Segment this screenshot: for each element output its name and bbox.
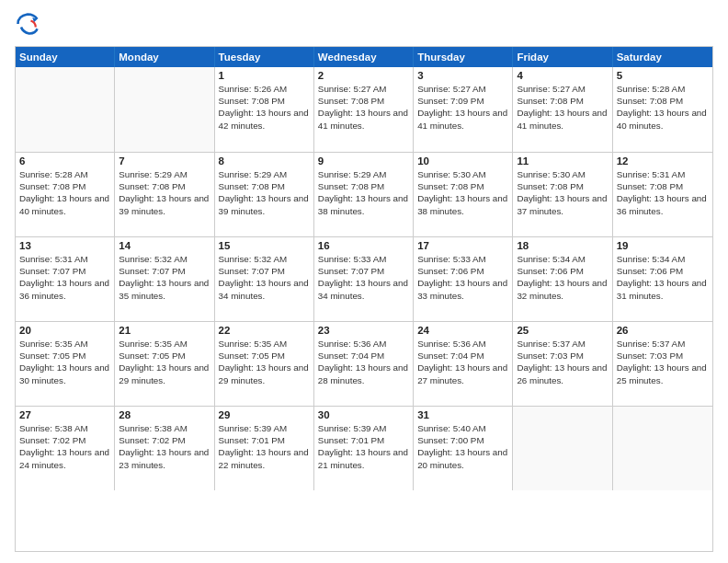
- day-number: 20: [19, 325, 110, 336]
- day-number: 2: [318, 70, 409, 81]
- day-info: Sunrise: 5:37 AM Sunset: 7:03 PM Dayligh…: [617, 338, 709, 386]
- calendar-cell: 13Sunrise: 5:31 AM Sunset: 7:07 PM Dayli…: [16, 237, 115, 321]
- day-number: 6: [19, 155, 110, 167]
- calendar-cell: [16, 67, 115, 152]
- calendar-cell: [115, 67, 214, 152]
- day-number: 28: [119, 409, 210, 420]
- day-number: 30: [318, 409, 409, 420]
- day-number: 13: [19, 240, 110, 251]
- day-info: Sunrise: 5:35 AM Sunset: 7:05 PM Dayligh…: [219, 338, 310, 386]
- calendar-cell: 5Sunrise: 5:28 AM Sunset: 7:08 PM Daylig…: [613, 67, 712, 152]
- calendar-cell: [613, 407, 712, 490]
- calendar-cell: 14Sunrise: 5:32 AM Sunset: 7:07 PM Dayli…: [115, 237, 214, 321]
- day-number: 14: [119, 240, 210, 251]
- day-number: 26: [617, 325, 709, 336]
- calendar-cell: 1Sunrise: 5:26 AM Sunset: 7:08 PM Daylig…: [215, 67, 314, 152]
- header-day-wednesday: Wednesday: [314, 47, 414, 67]
- calendar-week-5: 27Sunrise: 5:38 AM Sunset: 7:02 PM Dayli…: [16, 406, 712, 490]
- calendar-cell: 4Sunrise: 5:27 AM Sunset: 7:08 PM Daylig…: [513, 67, 612, 152]
- day-number: 7: [119, 155, 210, 167]
- day-info: Sunrise: 5:30 AM Sunset: 7:08 PM Dayligh…: [417, 168, 508, 217]
- calendar-cell: 10Sunrise: 5:30 AM Sunset: 7:08 PM Dayli…: [414, 153, 513, 236]
- day-number: 27: [19, 409, 110, 420]
- calendar-cell: 12Sunrise: 5:31 AM Sunset: 7:08 PM Dayli…: [613, 153, 712, 236]
- calendar-week-3: 13Sunrise: 5:31 AM Sunset: 7:07 PM Dayli…: [16, 236, 712, 321]
- day-info: Sunrise: 5:39 AM Sunset: 7:01 PM Dayligh…: [318, 422, 409, 471]
- calendar-cell: 26Sunrise: 5:37 AM Sunset: 7:03 PM Dayli…: [613, 322, 712, 406]
- day-number: 5: [617, 70, 709, 81]
- day-number: 31: [417, 409, 508, 420]
- calendar-cell: 19Sunrise: 5:34 AM Sunset: 7:06 PM Dayli…: [613, 237, 712, 321]
- calendar-cell: 9Sunrise: 5:29 AM Sunset: 7:08 PM Daylig…: [314, 153, 414, 236]
- calendar-header: SundayMondayTuesdayWednesdayThursdayFrid…: [16, 47, 712, 67]
- day-info: Sunrise: 5:29 AM Sunset: 7:08 PM Dayligh…: [119, 168, 210, 217]
- calendar-cell: 23Sunrise: 5:36 AM Sunset: 7:04 PM Dayli…: [314, 322, 414, 406]
- calendar-cell: 8Sunrise: 5:29 AM Sunset: 7:08 PM Daylig…: [215, 153, 314, 236]
- day-number: 18: [517, 240, 608, 251]
- day-number: 23: [318, 325, 409, 336]
- day-info: Sunrise: 5:28 AM Sunset: 7:08 PM Dayligh…: [617, 83, 709, 132]
- day-info: Sunrise: 5:38 AM Sunset: 7:02 PM Dayligh…: [19, 422, 110, 471]
- day-info: Sunrise: 5:36 AM Sunset: 7:04 PM Dayligh…: [318, 338, 409, 386]
- calendar: SundayMondayTuesdayWednesdayThursdayFrid…: [15, 46, 713, 552]
- day-info: Sunrise: 5:31 AM Sunset: 7:07 PM Dayligh…: [19, 253, 110, 302]
- header-day-monday: Monday: [115, 47, 214, 67]
- calendar-cell: 17Sunrise: 5:33 AM Sunset: 7:06 PM Dayli…: [414, 237, 513, 321]
- calendar-cell: 16Sunrise: 5:33 AM Sunset: 7:07 PM Dayli…: [314, 237, 414, 321]
- day-number: 12: [617, 155, 709, 167]
- day-number: 10: [417, 155, 508, 167]
- calendar-cell: 3Sunrise: 5:27 AM Sunset: 7:09 PM Daylig…: [414, 67, 513, 152]
- day-info: Sunrise: 5:28 AM Sunset: 7:08 PM Dayligh…: [19, 168, 110, 217]
- day-info: Sunrise: 5:35 AM Sunset: 7:05 PM Dayligh…: [119, 338, 210, 386]
- calendar-cell: 11Sunrise: 5:30 AM Sunset: 7:08 PM Dayli…: [513, 153, 612, 236]
- day-info: Sunrise: 5:29 AM Sunset: 7:08 PM Dayligh…: [219, 168, 310, 217]
- day-number: 8: [219, 155, 310, 167]
- day-info: Sunrise: 5:33 AM Sunset: 7:06 PM Dayligh…: [417, 253, 508, 302]
- header-day-thursday: Thursday: [414, 47, 513, 67]
- day-info: Sunrise: 5:40 AM Sunset: 7:00 PM Dayligh…: [417, 422, 508, 471]
- day-info: Sunrise: 5:35 AM Sunset: 7:05 PM Dayligh…: [19, 338, 110, 386]
- day-info: Sunrise: 5:37 AM Sunset: 7:03 PM Dayligh…: [517, 338, 608, 386]
- day-info: Sunrise: 5:36 AM Sunset: 7:04 PM Dayligh…: [417, 338, 508, 386]
- calendar-cell: [513, 407, 612, 490]
- page-header: [15, 11, 713, 37]
- calendar-page: SundayMondayTuesdayWednesdayThursdayFrid…: [0, 0, 728, 563]
- day-info: Sunrise: 5:34 AM Sunset: 7:06 PM Dayligh…: [517, 253, 608, 302]
- calendar-cell: 2Sunrise: 5:27 AM Sunset: 7:08 PM Daylig…: [314, 67, 414, 152]
- header-day-saturday: Saturday: [613, 47, 712, 67]
- day-number: 24: [417, 325, 508, 336]
- calendar-body: 1Sunrise: 5:26 AM Sunset: 7:08 PM Daylig…: [16, 67, 712, 490]
- day-info: Sunrise: 5:38 AM Sunset: 7:02 PM Dayligh…: [119, 422, 210, 471]
- day-number: 16: [318, 240, 409, 251]
- day-info: Sunrise: 5:34 AM Sunset: 7:06 PM Dayligh…: [617, 253, 709, 302]
- day-info: Sunrise: 5:39 AM Sunset: 7:01 PM Dayligh…: [219, 422, 310, 471]
- day-info: Sunrise: 5:26 AM Sunset: 7:08 PM Dayligh…: [219, 83, 310, 132]
- calendar-cell: 28Sunrise: 5:38 AM Sunset: 7:02 PM Dayli…: [115, 407, 214, 490]
- header-day-sunday: Sunday: [16, 47, 115, 67]
- logo: [15, 11, 44, 37]
- day-number: 19: [617, 240, 709, 251]
- calendar-cell: 22Sunrise: 5:35 AM Sunset: 7:05 PM Dayli…: [215, 322, 314, 406]
- calendar-cell: 24Sunrise: 5:36 AM Sunset: 7:04 PM Dayli…: [414, 322, 513, 406]
- day-number: 17: [417, 240, 508, 251]
- calendar-week-2: 6Sunrise: 5:28 AM Sunset: 7:08 PM Daylig…: [16, 152, 712, 236]
- day-info: Sunrise: 5:33 AM Sunset: 7:07 PM Dayligh…: [318, 253, 409, 302]
- day-info: Sunrise: 5:32 AM Sunset: 7:07 PM Dayligh…: [119, 253, 210, 302]
- day-number: 21: [119, 325, 210, 336]
- day-info: Sunrise: 5:27 AM Sunset: 7:08 PM Dayligh…: [318, 83, 409, 132]
- calendar-cell: 30Sunrise: 5:39 AM Sunset: 7:01 PM Dayli…: [314, 407, 414, 490]
- day-info: Sunrise: 5:27 AM Sunset: 7:09 PM Dayligh…: [417, 83, 508, 132]
- calendar-cell: 25Sunrise: 5:37 AM Sunset: 7:03 PM Dayli…: [513, 322, 612, 406]
- calendar-cell: 31Sunrise: 5:40 AM Sunset: 7:00 PM Dayli…: [414, 407, 513, 490]
- day-number: 15: [219, 240, 310, 251]
- header-day-tuesday: Tuesday: [215, 47, 314, 67]
- calendar-week-4: 20Sunrise: 5:35 AM Sunset: 7:05 PM Dayli…: [16, 321, 712, 406]
- logo-icon: [15, 11, 40, 37]
- day-number: 25: [517, 325, 608, 336]
- calendar-cell: 20Sunrise: 5:35 AM Sunset: 7:05 PM Dayli…: [16, 322, 115, 406]
- day-number: 3: [417, 70, 508, 81]
- day-number: 29: [219, 409, 310, 420]
- calendar-cell: 27Sunrise: 5:38 AM Sunset: 7:02 PM Dayli…: [16, 407, 115, 490]
- day-info: Sunrise: 5:30 AM Sunset: 7:08 PM Dayligh…: [517, 168, 608, 217]
- calendar-cell: 21Sunrise: 5:35 AM Sunset: 7:05 PM Dayli…: [115, 322, 214, 406]
